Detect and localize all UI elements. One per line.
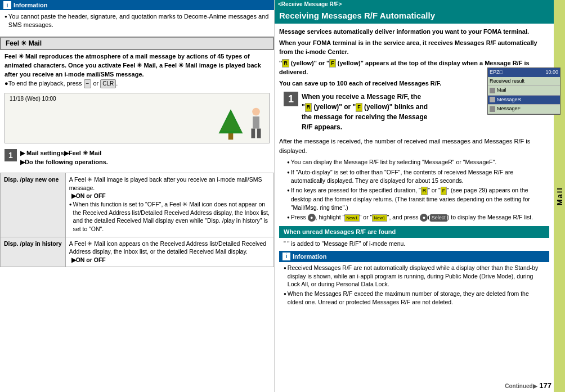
settings-table: Disp. /play new one A Feel ✳ Mail image … [0, 173, 274, 267]
info-text-left: You cannot paste the header, signature, … [5, 12, 270, 30]
info-content-right: Received Messages R/F are not automatica… [279, 262, 549, 309]
info-bullet-2: When the Messages R/F exceed the maximum… [284, 290, 545, 306]
r-icon: R [282, 59, 289, 68]
press-circle: ● [420, 214, 428, 222]
bullet-1: You can display the Message R/F list by … [287, 158, 545, 166]
continued-text: Continued▶ [505, 383, 537, 389]
step1-text-right: When you receive a Message R/F, the "R (… [302, 92, 428, 132]
screen-label-2: Mail [497, 87, 506, 94]
left-column: i Information You cannot paste the heade… [0, 0, 275, 392]
info-banner-left: i Information [0, 0, 274, 10]
unread-header: When unread Messages R/F are found [279, 226, 549, 238]
right-content: Message services automatically deliver i… [275, 24, 565, 392]
feel-mail-note: ●To end the playback, press − or CLR. [5, 80, 118, 87]
messager-icon [490, 97, 495, 102]
bullet-2: If "Auto-display" is set to other than "… [287, 168, 545, 185]
mail-sidebar-label: Mail [555, 187, 564, 205]
mail-icon [490, 88, 495, 93]
step1-number-right: 1 [284, 92, 298, 106]
svg-point-3 [252, 108, 260, 116]
table-bullet-1: When this function is set to "OFF", a Fe… [69, 200, 270, 233]
f-icon-2: F [356, 103, 362, 112]
feel-mail-header: Feel ✳ Mail [0, 37, 274, 50]
table-row: Disp. /play new one A Feel ✳ Mail image … [1, 173, 274, 237]
intro-line-1: Message services automatically deliver i… [279, 27, 549, 37]
bullet-3: If no keys are pressed for the specified… [287, 186, 545, 212]
tree-image [214, 107, 248, 141]
f-icon-3: F [441, 187, 447, 195]
info-banner-label-left: Information [14, 2, 48, 8]
mail-sidebar: Mail [554, 0, 565, 392]
table-label-2: Disp. /play in history [1, 237, 66, 267]
r-icon-2: R [305, 103, 312, 112]
screen-title-left: EPZ□ [490, 69, 503, 76]
screen-row-3: MessageR [488, 96, 560, 105]
page-number-area: Continued▶ 177 [505, 381, 551, 390]
feel-mail-content: Feel ✳ Mail reproduces the atmosphere of… [0, 50, 274, 91]
receive-tag: <Receive Message R/F> [275, 0, 565, 8]
info-banner-label-right: Information [293, 252, 327, 262]
image-timestamp: 11/18 (Wed) 10:00 [10, 96, 56, 102]
feel-mail-header-label: Feel ✳ Mail [6, 39, 42, 47]
figure-image [248, 107, 264, 141]
feel-mail-image-area: 11/18 (Wed) 10:00 [5, 93, 270, 143]
screen-image: EPZ□ 10:00 Received result Mail MessageR… [487, 67, 560, 115]
minus-key: − [84, 79, 92, 89]
info-content-left: You cannot paste the header, signature, … [0, 10, 274, 34]
select-circle: ● [308, 214, 316, 222]
svg-rect-5 [251, 129, 255, 138]
messagef-icon [490, 106, 495, 112]
step1-bullets: You can display the Message R/F list by … [279, 157, 549, 224]
screen-label-1: Received result [490, 78, 524, 85]
screen-title-bar: EPZ□ 10:00 [488, 68, 560, 77]
screen-title-right: 10:00 [545, 69, 558, 76]
step1-left: 1 ▶ Mail settings▶Feel ✳ Mail ▶Do the fo… [0, 146, 274, 170]
right-column: Mail <Receive Message R/F> Receiving Mes… [275, 0, 565, 392]
f-icon: F [329, 59, 336, 68]
receive-title: Receiving Messages R/F Automatically [275, 8, 565, 24]
screen-row-2: Mail [488, 86, 560, 96]
unread-content: " " is added to "Message R/F" of i-mode … [279, 238, 549, 250]
table-content-1: A Feel ✳ Mail image is played back after… [65, 173, 273, 237]
clr-key: CLR [100, 79, 116, 89]
screen-label-4: MessageF [497, 105, 521, 113]
table-content-2: A Feel ✳ Mail icon appears on the Receiv… [65, 237, 273, 267]
r-icon-4: New1 [344, 214, 359, 222]
screen-row-4: MessageF [488, 105, 560, 114]
f-icon-4: New1 [372, 214, 387, 222]
svg-rect-4 [253, 116, 259, 128]
intro-line-2: When your FOMA terminal is in the servic… [279, 38, 549, 57]
page-number: 177 [539, 381, 551, 390]
info-icon-right: i [282, 253, 290, 260]
step1-content-left: ▶ Mail settings▶Feel ✳ Mail ▶Do the foll… [20, 149, 108, 167]
r-icon-3: R [421, 187, 428, 195]
step1-number-left: 1 [5, 149, 17, 161]
screen-row-1: Received result [488, 77, 560, 87]
info-icon-left: i [3, 1, 11, 9]
select-btn: Select [430, 214, 447, 222]
table-label-1: Disp. /play new one [1, 173, 66, 237]
svg-rect-6 [257, 129, 261, 138]
step1-after: After the message is received, the numbe… [279, 137, 549, 155]
svg-marker-2 [220, 114, 241, 131]
table-row: Disp. /play in history A Feel ✳ Mail ico… [1, 237, 274, 267]
info-bullet-1: Received Messages R/F are not automatica… [284, 264, 545, 289]
info-banner-right: i Information [279, 251, 549, 263]
screen-label-3: MessageR [497, 96, 521, 104]
bullet-4: Press ●, highlight "New1" or "New1", and… [287, 213, 545, 222]
